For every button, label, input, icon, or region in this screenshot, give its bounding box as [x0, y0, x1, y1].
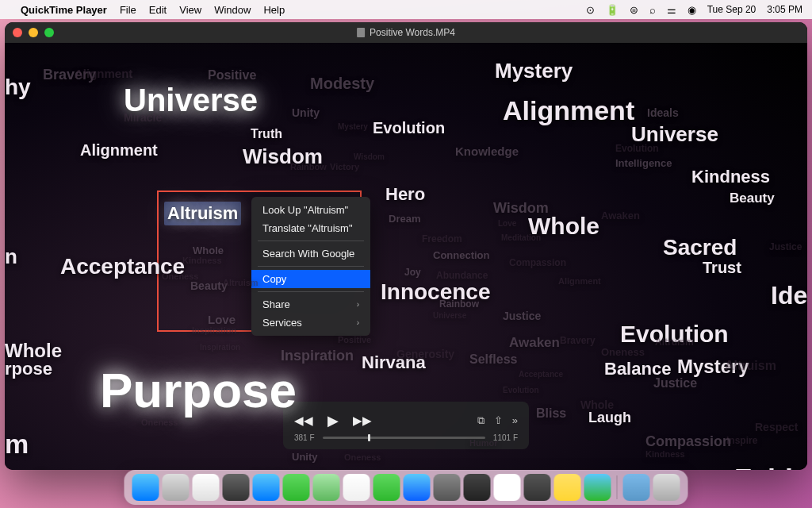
ctx-copy[interactable]: Copy	[251, 270, 370, 288]
dock-app-mail[interactable]	[253, 474, 280, 501]
share-button[interactable]: ⇧	[494, 414, 503, 427]
menu-edit[interactable]: Edit	[149, 4, 167, 16]
video-word: Alignment	[75, 67, 132, 80]
window-title-text: Positive Words.MP4	[370, 27, 455, 38]
menubar-date[interactable]: Tue Sep 20	[707, 4, 756, 15]
dock-app-notes[interactable]	[554, 474, 581, 501]
video-word: Altruism	[655, 337, 694, 348]
dock-app-photos[interactable]	[343, 474, 370, 501]
selected-text[interactable]: Altruism	[164, 202, 241, 225]
menu-window[interactable]: Window	[214, 4, 251, 16]
battery-icon[interactable]: 🔋	[606, 4, 619, 16]
dock-app-finder[interactable]	[132, 474, 159, 501]
video-word: Sacred	[663, 235, 737, 260]
siri-icon[interactable]: ◉	[688, 4, 696, 16]
video-word: Ideals	[647, 106, 679, 119]
video-word: Positive	[208, 68, 256, 83]
dock-app-messages[interactable]	[283, 474, 310, 501]
video-word: Trust	[703, 259, 741, 277]
ctx-share[interactable]: Share›	[251, 295, 370, 314]
video-word: Joy	[404, 267, 421, 278]
search-icon[interactable]: ⌕	[649, 4, 656, 16]
video-word: Purpose	[36, 467, 106, 470]
dock-app-facetime[interactable]	[373, 474, 400, 501]
dock-app-appstore[interactable]	[404, 474, 431, 501]
video-word: Inspiration	[192, 325, 236, 335]
video-word: Compassion	[645, 433, 731, 450]
forward-button[interactable]: ▶▶	[353, 414, 372, 428]
dock-separator	[617, 475, 618, 499]
control-center-icon[interactable]: ⚌	[667, 4, 676, 16]
video-icon[interactable]: ⊙	[586, 4, 595, 16]
video-word: Miracle	[124, 111, 162, 124]
video-word: Kindness	[182, 256, 222, 265]
menu-file[interactable]: File	[120, 4, 136, 16]
video-word: Purpose	[100, 362, 297, 418]
video-word: Awaken	[509, 335, 560, 351]
video-word: Meditation	[501, 233, 541, 242]
dock-trash[interactable]	[653, 474, 680, 501]
dock-app-chrome[interactable]	[494, 474, 521, 501]
menubar: QuickTime Player File Edit View Window H…	[0, 0, 812, 19]
wifi-icon[interactable]: ⊜	[630, 4, 638, 16]
video-word: Love	[208, 313, 236, 326]
minimize-button[interactable]	[29, 28, 38, 37]
ctx-separator	[258, 266, 364, 267]
video-word: Beauty	[190, 279, 228, 292]
playhead[interactable]	[368, 434, 370, 441]
video-word: Ide	[771, 281, 807, 310]
video-word: Justice	[653, 376, 697, 391]
more-button[interactable]: »	[512, 414, 518, 427]
document-icon	[357, 28, 365, 37]
dock-app-settings[interactable]	[223, 474, 250, 501]
video-canvas[interactable]: Altruism Look Up "Altruism" Translate "A…	[5, 43, 807, 470]
video-word: Freedom	[422, 233, 462, 244]
app-name[interactable]: QuickTime Player	[21, 4, 107, 16]
menu-help[interactable]: Help	[263, 4, 285, 16]
video-word: Mystery	[338, 122, 368, 131]
video-word: Laugh	[588, 410, 631, 426]
video-word: Inspiration	[200, 343, 240, 352]
video-word: Selfless	[469, 352, 517, 367]
video-word: Justice	[769, 241, 802, 252]
titlebar[interactable]: Positive Words.MP4	[5, 22, 807, 43]
video-word: Modesty	[310, 75, 374, 93]
dock-app-launchpad[interactable]	[163, 474, 190, 501]
ctx-services[interactable]: Services›	[251, 314, 370, 332]
timeline-track[interactable]	[323, 437, 485, 439]
pip-button[interactable]: ⧉	[477, 414, 485, 427]
video-word: Awaken	[601, 210, 640, 221]
ctx-translate[interactable]: Translate "Altruism"	[251, 219, 370, 237]
video-word: Connection	[433, 249, 490, 261]
fullscreen-button[interactable]	[44, 28, 54, 37]
play-button[interactable]: ▶	[327, 412, 339, 429]
dock-app-git[interactable]	[524, 474, 551, 501]
dock-app-prefs[interactable]	[434, 474, 461, 501]
video-word: Dream	[389, 213, 420, 225]
close-button[interactable]	[13, 28, 22, 37]
video-word: Faith	[734, 464, 802, 470]
dock-app-maps[interactable]	[313, 474, 340, 501]
video-word: Humor	[469, 438, 497, 448]
ctx-lookup[interactable]: Look Up "Altruism"	[251, 201, 370, 219]
video-word: Oneness	[601, 346, 645, 358]
dock-app-edge[interactable]	[584, 474, 611, 501]
ctx-search[interactable]: Search With Google	[251, 244, 370, 263]
rewind-button[interactable]: ◀◀	[294, 414, 313, 428]
video-word: Unity	[292, 106, 320, 119]
video-word: Alignment	[80, 141, 158, 160]
menubar-time[interactable]: 3:05 PM	[767, 4, 802, 15]
video-word: Evolution	[615, 143, 659, 154]
dock	[124, 470, 688, 505]
menu-view[interactable]: View	[179, 4, 201, 16]
video-word: Altruism	[725, 359, 776, 373]
dock-app-qt[interactable]	[464, 474, 491, 501]
dock-folder[interactable]	[623, 474, 650, 501]
video-word: Inspire	[726, 435, 757, 446]
dock-app-safari[interactable]	[193, 474, 220, 501]
video-word: Altruism	[223, 278, 259, 287]
video-word: Unity	[292, 451, 318, 463]
video-word: Oneness	[344, 452, 381, 462]
video-word: Hero	[385, 184, 425, 205]
video-word: Beauty	[730, 190, 775, 206]
